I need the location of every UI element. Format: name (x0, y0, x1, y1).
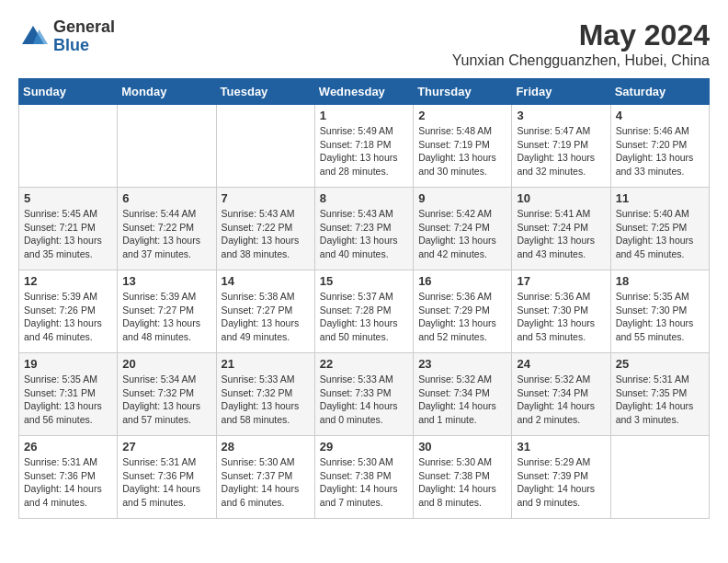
calendar-cell (19, 105, 118, 188)
day-info: Sunrise: 5:30 AMSunset: 7:38 PMDaylight:… (320, 455, 408, 510)
day-number: 4 (616, 109, 704, 122)
col-tuesday: Tuesday (216, 79, 314, 105)
day-number: 21 (222, 357, 310, 371)
day-info: Sunrise: 5:33 AMSunset: 7:33 PMDaylight:… (320, 373, 408, 427)
calendar-cell: 9Sunrise: 5:42 AMSunset: 7:24 PMDaylight… (414, 188, 512, 270)
day-number: 19 (24, 357, 112, 371)
calendar-cell: 29Sunrise: 5:30 AMSunset: 7:38 PMDayligh… (314, 436, 413, 519)
day-number: 11 (616, 191, 704, 205)
col-thursday: Thursday (414, 79, 512, 105)
calendar-cell: 28Sunrise: 5:30 AMSunset: 7:37 PMDayligh… (216, 436, 314, 519)
day-info: Sunrise: 5:35 AMSunset: 7:31 PMDaylight:… (24, 373, 112, 427)
day-info: Sunrise: 5:40 AMSunset: 7:25 PMDaylight:… (616, 207, 704, 261)
day-number: 31 (517, 440, 605, 454)
calendar-cell: 18Sunrise: 5:35 AMSunset: 7:30 PMDayligh… (610, 270, 709, 353)
calendar-cell: 13Sunrise: 5:39 AMSunset: 7:27 PMDayligh… (118, 270, 216, 353)
day-number: 27 (122, 440, 210, 454)
day-number: 3 (517, 109, 605, 122)
day-number: 22 (320, 357, 408, 371)
calendar-cell: 22Sunrise: 5:33 AMSunset: 7:33 PMDayligh… (314, 353, 413, 436)
day-info: Sunrise: 5:44 AMSunset: 7:22 PMDaylight:… (122, 207, 210, 261)
day-number: 24 (517, 357, 605, 371)
day-number: 7 (222, 191, 310, 205)
logo: General Blue (18, 18, 115, 55)
day-info: Sunrise: 5:30 AMSunset: 7:37 PMDaylight:… (222, 455, 310, 510)
calendar-week-5: 26Sunrise: 5:31 AMSunset: 7:36 PMDayligh… (19, 436, 710, 519)
calendar-cell: 7Sunrise: 5:43 AMSunset: 7:22 PMDaylight… (216, 188, 314, 270)
calendar-title: May 2024 (452, 18, 710, 52)
day-number: 17 (517, 274, 605, 288)
day-number: 9 (418, 191, 506, 205)
day-number: 5 (24, 191, 112, 205)
day-info: Sunrise: 5:31 AMSunset: 7:36 PMDaylight:… (122, 455, 210, 510)
calendar-cell: 3Sunrise: 5:47 AMSunset: 7:19 PMDaylight… (512, 105, 610, 188)
calendar-cell: 25Sunrise: 5:31 AMSunset: 7:35 PMDayligh… (610, 353, 709, 436)
day-number: 18 (616, 274, 704, 288)
day-info: Sunrise: 5:32 AMSunset: 7:34 PMDaylight:… (418, 373, 506, 427)
calendar-cell: 8Sunrise: 5:43 AMSunset: 7:23 PMDaylight… (314, 188, 413, 270)
day-number: 1 (320, 109, 408, 122)
day-info: Sunrise: 5:36 AMSunset: 7:29 PMDaylight:… (418, 290, 506, 344)
day-info: Sunrise: 5:48 AMSunset: 7:19 PMDaylight:… (418, 124, 506, 178)
day-number: 29 (320, 440, 408, 454)
calendar-cell: 19Sunrise: 5:35 AMSunset: 7:31 PMDayligh… (19, 353, 118, 436)
day-info: Sunrise: 5:34 AMSunset: 7:32 PMDaylight:… (122, 373, 210, 427)
day-info: Sunrise: 5:41 AMSunset: 7:24 PMDaylight:… (517, 207, 605, 261)
logo-icon (18, 22, 48, 52)
calendar-cell: 21Sunrise: 5:33 AMSunset: 7:32 PMDayligh… (216, 353, 314, 436)
day-number: 2 (418, 109, 506, 122)
day-number: 20 (122, 357, 210, 371)
day-info: Sunrise: 5:43 AMSunset: 7:23 PMDaylight:… (320, 207, 408, 261)
logo-general: General (53, 18, 115, 37)
calendar-cell: 20Sunrise: 5:34 AMSunset: 7:32 PMDayligh… (118, 353, 216, 436)
header-row: Sunday Monday Tuesday Wednesday Thursday… (19, 79, 710, 105)
day-number: 12 (24, 274, 112, 288)
calendar-cell: 24Sunrise: 5:32 AMSunset: 7:34 PMDayligh… (512, 353, 610, 436)
day-info: Sunrise: 5:46 AMSunset: 7:20 PMDaylight:… (616, 124, 704, 178)
day-number: 8 (320, 191, 408, 205)
day-info: Sunrise: 5:38 AMSunset: 7:27 PMDaylight:… (222, 290, 310, 344)
day-number: 14 (222, 274, 310, 288)
day-info: Sunrise: 5:49 AMSunset: 7:18 PMDaylight:… (320, 124, 408, 178)
calendar-cell: 5Sunrise: 5:45 AMSunset: 7:21 PMDaylight… (19, 188, 118, 270)
day-info: Sunrise: 5:39 AMSunset: 7:26 PMDaylight:… (24, 290, 112, 344)
day-info: Sunrise: 5:33 AMSunset: 7:32 PMDaylight:… (222, 373, 310, 427)
day-number: 23 (418, 357, 506, 371)
day-info: Sunrise: 5:45 AMSunset: 7:21 PMDaylight:… (24, 207, 112, 261)
day-number: 25 (616, 357, 704, 371)
day-info: Sunrise: 5:31 AMSunset: 7:35 PMDaylight:… (616, 373, 704, 427)
calendar-body: 1Sunrise: 5:49 AMSunset: 7:18 PMDaylight… (19, 105, 710, 519)
day-info: Sunrise: 5:47 AMSunset: 7:19 PMDaylight:… (517, 124, 605, 178)
calendar-cell (216, 105, 314, 188)
logo-text: General Blue (53, 18, 115, 55)
day-info: Sunrise: 5:37 AMSunset: 7:28 PMDaylight:… (320, 290, 408, 344)
calendar-cell: 1Sunrise: 5:49 AMSunset: 7:18 PMDaylight… (314, 105, 413, 188)
calendar-cell: 14Sunrise: 5:38 AMSunset: 7:27 PMDayligh… (216, 270, 314, 353)
calendar-week-3: 12Sunrise: 5:39 AMSunset: 7:26 PMDayligh… (19, 270, 710, 353)
day-number: 16 (418, 274, 506, 288)
calendar-cell: 12Sunrise: 5:39 AMSunset: 7:26 PMDayligh… (19, 270, 118, 353)
calendar-cell: 30Sunrise: 5:30 AMSunset: 7:38 PMDayligh… (414, 436, 512, 519)
calendar-week-4: 19Sunrise: 5:35 AMSunset: 7:31 PMDayligh… (19, 353, 710, 436)
calendar-cell: 4Sunrise: 5:46 AMSunset: 7:20 PMDaylight… (610, 105, 709, 188)
col-saturday: Saturday (610, 79, 709, 105)
logo-blue: Blue (53, 37, 115, 55)
calendar-header: Sunday Monday Tuesday Wednesday Thursday… (19, 79, 710, 105)
calendar-cell: 15Sunrise: 5:37 AMSunset: 7:28 PMDayligh… (314, 270, 413, 353)
day-number: 10 (517, 191, 605, 205)
calendar-subtitle: Yunxian Chengguanzhen, Hubei, China (452, 52, 710, 69)
day-info: Sunrise: 5:43 AMSunset: 7:22 PMDaylight:… (222, 207, 310, 261)
calendar-week-2: 5Sunrise: 5:45 AMSunset: 7:21 PMDaylight… (19, 188, 710, 270)
day-info: Sunrise: 5:31 AMSunset: 7:36 PMDaylight:… (24, 455, 112, 510)
day-number: 13 (122, 274, 210, 288)
day-number: 30 (418, 440, 506, 454)
calendar-week-1: 1Sunrise: 5:49 AMSunset: 7:18 PMDaylight… (19, 105, 710, 188)
col-monday: Monday (118, 79, 216, 105)
calendar-cell: 16Sunrise: 5:36 AMSunset: 7:29 PMDayligh… (414, 270, 512, 353)
day-number: 28 (222, 440, 310, 454)
calendar-table: Sunday Monday Tuesday Wednesday Thursday… (18, 78, 710, 519)
day-info: Sunrise: 5:39 AMSunset: 7:27 PMDaylight:… (122, 290, 210, 344)
col-wednesday: Wednesday (314, 79, 413, 105)
col-friday: Friday (512, 79, 610, 105)
calendar-cell (610, 436, 709, 519)
